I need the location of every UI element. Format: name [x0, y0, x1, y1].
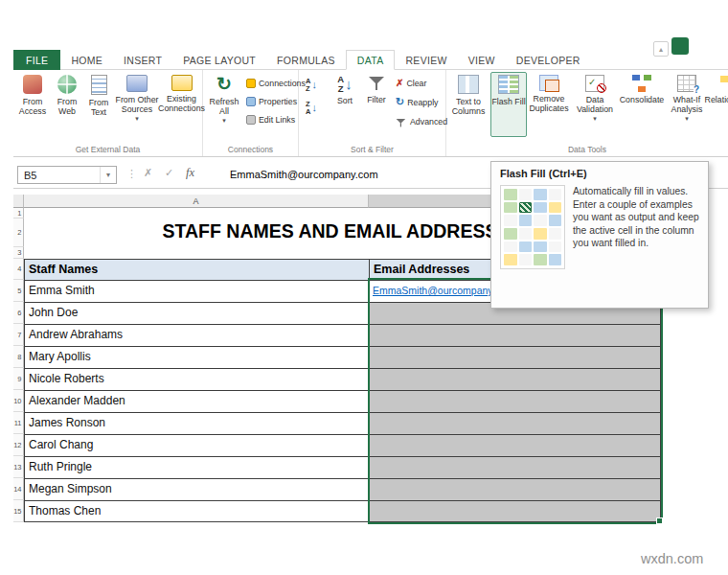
- ribbon-collapse-icon[interactable]: ▴: [653, 41, 669, 57]
- from-text-button[interactable]: From Text: [83, 73, 114, 134]
- tab-formulas[interactable]: FORMULAS: [266, 50, 346, 70]
- tooltip-description: Automatically fill in values. Enter a co…: [573, 185, 700, 269]
- flash-fill-button[interactable]: Flash Fill: [490, 72, 527, 137]
- tab-review[interactable]: REVIEW: [395, 50, 457, 70]
- sort-button[interactable]: AZ ↓ Sort: [330, 73, 359, 134]
- data-validation-icon: ✓: [585, 75, 604, 92]
- excel-window: ▴ FILE HOME INSERT PAGE LAYOUT FORMULAS …: [0, 0, 728, 575]
- reapply-button[interactable]: ↻ Reapply: [396, 97, 439, 107]
- row-header-5[interactable]: 5: [13, 280, 24, 302]
- sort-descending-button[interactable]: ZA ↓: [306, 101, 317, 115]
- dropdown-arrow-icon: ▾: [685, 115, 689, 123]
- cell-a10[interactable]: Alexander Madden: [29, 390, 125, 412]
- name-box[interactable]: B5 ▾: [17, 166, 117, 184]
- formula-bar-more-icon: ⋮: [126, 169, 137, 179]
- text-to-columns-button[interactable]: Text to Columns: [448, 73, 489, 134]
- clear-filter-button[interactable]: ✗ Clear: [396, 79, 426, 88]
- access-database-icon: [23, 75, 42, 94]
- row-header-6[interactable]: 6: [13, 302, 24, 324]
- row-header-10[interactable]: 10: [13, 390, 24, 412]
- clear-label: Clear: [406, 79, 426, 88]
- from-access-button[interactable]: From Access: [14, 73, 51, 134]
- row-header-14[interactable]: 14: [13, 478, 24, 500]
- row-divider: [24, 412, 661, 413]
- row-divider: [24, 346, 661, 347]
- tab-data[interactable]: DATA: [346, 50, 396, 70]
- advanced-label: Advanced: [410, 117, 447, 126]
- remove-duplicates-button[interactable]: Remove Duplicates: [527, 73, 571, 134]
- header-cell-email-addresses[interactable]: Email Addresses: [374, 259, 469, 281]
- filter-button[interactable]: Filter: [361, 73, 392, 134]
- row-header-7[interactable]: 7: [13, 324, 24, 346]
- cell-a12[interactable]: Carol Chang: [29, 434, 93, 456]
- cell-a11[interactable]: James Ronson: [29, 412, 105, 434]
- row-divider: [24, 456, 661, 457]
- row-header-13[interactable]: 13: [13, 456, 24, 478]
- row-header-11[interactable]: 11: [13, 412, 24, 434]
- fill-handle[interactable]: [656, 518, 663, 524]
- cell-a15[interactable]: Thomas Chen: [29, 500, 101, 522]
- row-divider: [24, 500, 661, 501]
- row-header-15[interactable]: 15: [13, 500, 24, 522]
- relationships-button[interactable]: Relationships: [709, 73, 728, 134]
- consolidate-icon: [632, 75, 651, 92]
- cancel-icon[interactable]: ✗: [144, 168, 152, 178]
- tab-insert[interactable]: INSERT: [113, 50, 172, 70]
- row-header-2[interactable]: 2: [13, 218, 24, 247]
- row-header-9[interactable]: 9: [13, 368, 24, 390]
- insert-function-icon[interactable]: fx: [186, 167, 194, 179]
- from-web-button[interactable]: From Web: [51, 73, 83, 134]
- formula-input[interactable]: EmmaSmith@ourcompany.com: [230, 169, 378, 180]
- select-all-corner[interactable]: [13, 195, 24, 208]
- row-header-12[interactable]: 12: [13, 434, 24, 456]
- group-label-get-external-data: Get External Data: [13, 145, 202, 154]
- remove-duplicates-label: Remove Duplicates: [527, 94, 571, 114]
- from-other-sources-button[interactable]: From Other Sources ▾: [114, 73, 160, 134]
- cell-a14[interactable]: Megan Simpson: [29, 478, 112, 500]
- cell-a8[interactable]: Mary Apollis: [29, 346, 91, 368]
- edit-links-icon: [246, 115, 256, 125]
- data-validation-button[interactable]: ✓ Data Validation ▾: [573, 73, 617, 134]
- flash-fill-label: Flash Fill: [491, 97, 525, 106]
- row-divider: [24, 368, 661, 369]
- row-header-8[interactable]: 8: [13, 346, 24, 368]
- clear-filter-icon: ✗: [396, 79, 403, 88]
- what-if-analysis-button[interactable]: ? What-If Analysis ▾: [667, 73, 707, 134]
- consolidate-label: Consolidate: [620, 95, 664, 104]
- cell-a9[interactable]: Nicole Roberts: [29, 368, 104, 390]
- refresh-icon: ↻: [216, 75, 232, 94]
- header-cell-staff-names[interactable]: Staff Names: [29, 259, 98, 281]
- cell-a7[interactable]: Andrew Abrahams: [29, 324, 123, 346]
- row-header-4[interactable]: 4: [13, 259, 24, 280]
- tab-page-layout[interactable]: PAGE LAYOUT: [172, 50, 266, 70]
- edit-links-button[interactable]: Edit Links: [246, 115, 295, 125]
- sort-ascending-button[interactable]: AZ ↓: [306, 78, 317, 92]
- refresh-all-label: Refresh All: [206, 97, 242, 117]
- text-to-columns-icon: [458, 75, 479, 94]
- cell-a13[interactable]: Ruth Pringle: [29, 456, 92, 478]
- green-square-icon: [671, 37, 689, 55]
- column-header-a[interactable]: A: [24, 195, 369, 208]
- group-data-tools: Text to Columns Flash Fill Remove Duplic…: [446, 70, 728, 156]
- name-box-dropdown-icon[interactable]: ▾: [100, 167, 116, 183]
- cell-a6[interactable]: John Doe: [29, 302, 78, 324]
- connections-button[interactable]: Connections: [246, 79, 306, 88]
- tab-home[interactable]: HOME: [60, 50, 113, 70]
- properties-button[interactable]: Properties: [246, 97, 297, 106]
- enter-icon[interactable]: ✓: [165, 168, 173, 178]
- flash-fill-icon: [498, 75, 519, 94]
- cell-a5[interactable]: Emma Smith: [29, 280, 95, 302]
- row-header-3[interactable]: 3: [13, 247, 24, 259]
- dropdown-arrow-icon: ▾: [593, 115, 597, 123]
- watermark: wxdn.com: [641, 551, 703, 566]
- globe-icon: [57, 75, 77, 94]
- consolidate-button[interactable]: Consolidate: [619, 73, 665, 134]
- tab-file[interactable]: FILE: [13, 50, 60, 70]
- tab-developer[interactable]: DEVELOPER: [506, 50, 591, 70]
- refresh-all-button[interactable]: ↻ Refresh All ▾: [206, 73, 242, 134]
- from-web-label: From Web: [51, 97, 83, 117]
- row-header-1[interactable]: 1: [13, 208, 24, 218]
- advanced-filter-button[interactable]: Advanced: [396, 115, 447, 128]
- existing-connections-button[interactable]: Existing Connections: [160, 73, 203, 134]
- tab-view[interactable]: VIEW: [458, 50, 506, 70]
